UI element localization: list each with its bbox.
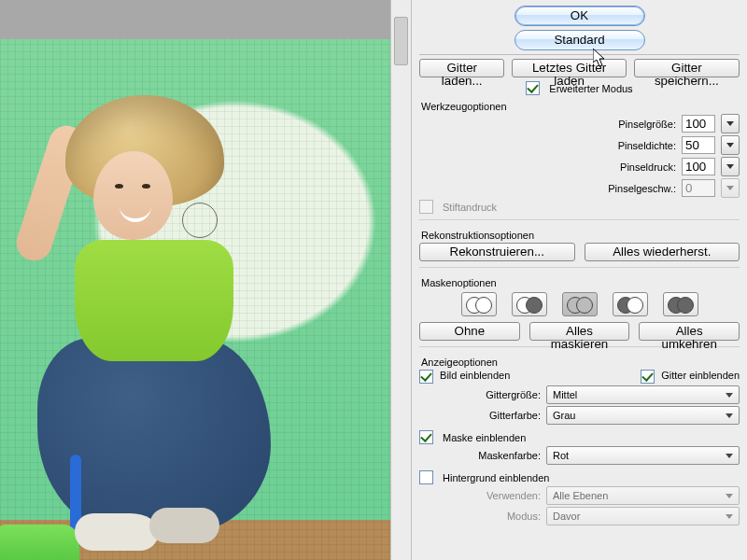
mask-mode-invert-icon[interactable] — [663, 292, 698, 316]
advanced-mode-label: Erweiterter Modus — [549, 83, 632, 94]
brush-pressure-input[interactable] — [682, 158, 715, 175]
show-mask-checkbox[interactable] — [419, 430, 433, 444]
restore-all-button[interactable]: Alles wiederherst. — [585, 243, 740, 261]
mesh-color-select[interactable]: Grau — [546, 406, 740, 425]
brush-density-label: Pinseldichte: — [553, 140, 676, 151]
brush-size-input[interactable] — [682, 115, 715, 133]
tool-options-title: Werkzeugoptionen — [421, 101, 740, 112]
liquify-options-panel: OK Standard Gitter laden... Letztes Gitt… — [411, 0, 747, 560]
mesh-size-select[interactable]: Mittel — [546, 385, 740, 404]
brush-density-input[interactable] — [682, 136, 715, 154]
brush-size-stepper[interactable] — [721, 114, 740, 133]
show-image-checkbox[interactable] — [419, 370, 433, 384]
show-image-label: Bild einblenden — [440, 370, 510, 381]
canvas[interactable] — [0, 0, 391, 560]
view-options-title: Anzeigeoptionen — [421, 357, 740, 368]
canvas-padding — [0, 0, 391, 39]
show-mesh-label: Gitter einblenden — [661, 370, 740, 381]
brush-density-stepper[interactable] — [721, 135, 740, 155]
show-backdrop-checkbox[interactable] — [419, 470, 433, 484]
mask-mode-replace-icon[interactable] — [461, 292, 497, 316]
mesh-size-label: Gittergröße: — [419, 389, 541, 400]
load-mesh-button[interactable]: Gitter laden... — [419, 59, 504, 77]
backdrop-use-label: Verwenden: — [419, 490, 541, 501]
brush-pressure-label: Pinseldruck: — [553, 161, 676, 173]
backdrop-use-select: Alle Ebenen — [546, 486, 740, 505]
advanced-mode-checkbox[interactable] — [526, 81, 540, 95]
brush-rate-label: Pinselgeschw.: — [553, 183, 676, 194]
scrollbar-thumb[interactable] — [394, 17, 408, 65]
brush-pressure-stepper[interactable] — [721, 157, 740, 176]
mesh-color-label: Gitterfarbe: — [419, 410, 541, 421]
mask-options-title: Maskenoptionen — [421, 277, 740, 288]
mask-color-select[interactable]: Rot — [546, 446, 740, 465]
reconstruct-button[interactable]: Rekonstruieren... — [419, 243, 575, 261]
show-backdrop-label: Hintergrund einblenden — [443, 472, 549, 483]
backdrop-mode-select: Davor — [546, 507, 740, 525]
mask-all-button[interactable]: Alles maskieren — [529, 322, 630, 341]
mask-mode-intersect-icon[interactable] — [613, 292, 648, 316]
preview-image[interactable] — [0, 39, 391, 560]
brush-rate-input — [682, 179, 715, 197]
save-mesh-button[interactable]: Gitter speichern... — [634, 59, 740, 77]
stylus-pressure-checkbox — [419, 200, 433, 214]
reconstruct-title: Rekonstruktionsoptionen — [421, 230, 740, 241]
brush-rate-stepper — [721, 178, 740, 198]
stylus-pressure-label: Stiftandruck — [443, 202, 497, 213]
default-button[interactable]: Standard — [514, 30, 645, 50]
brush-cursor-ring — [182, 203, 218, 238]
mask-invert-button[interactable]: Alles umkehren — [639, 322, 740, 341]
load-last-mesh-button[interactable]: Letztes Gitter laden — [512, 59, 626, 77]
photo-subject — [0, 39, 391, 560]
ok-button[interactable]: OK — [514, 6, 645, 26]
mask-mode-add-icon[interactable] — [512, 292, 547, 316]
mask-color-label: Maskenfarbe: — [419, 450, 541, 461]
brush-size-label: Pinselgröße: — [553, 119, 676, 130]
mask-mode-subtract-icon[interactable] — [562, 292, 598, 316]
show-mask-label: Maske einblenden — [443, 432, 526, 443]
liquify-preview[interactable] — [0, 0, 411, 560]
preview-scrollbar-vertical[interactable] — [390, 0, 411, 560]
mask-none-button[interactable]: Ohne — [419, 322, 520, 341]
show-mesh-checkbox[interactable] — [641, 370, 655, 384]
backdrop-mode-label: Modus: — [419, 511, 541, 522]
